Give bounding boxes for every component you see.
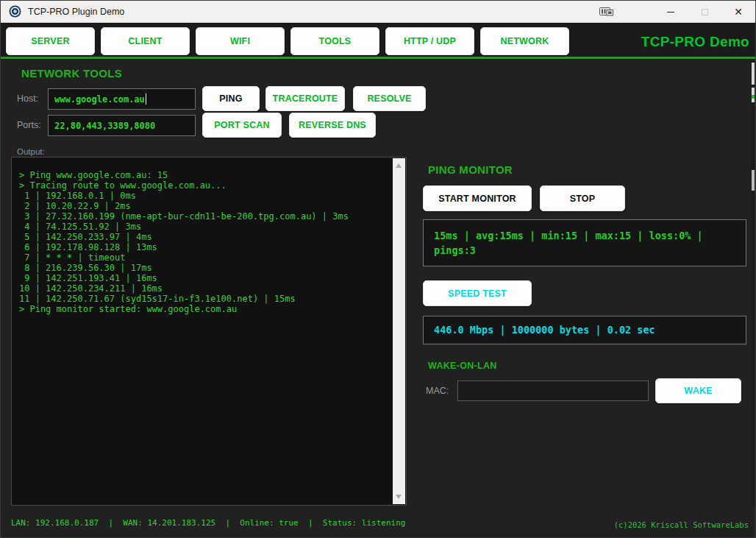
console-line: 4 | 74.125.51.92 | 3ms (19, 222, 388, 232)
console-line: 3 | 27.32.160.199 (nme-apt-bur-cdn11-be-… (19, 211, 388, 222)
scroll-down-icon[interactable] (396, 495, 402, 499)
host-label: Host: (17, 93, 38, 104)
nav-button-tools[interactable]: TOOLS (290, 27, 379, 55)
app-icon (9, 5, 21, 18)
ports-value: 22,80,443,3389,8080 (54, 121, 155, 131)
close-icon: ✕ (734, 7, 743, 17)
status-text: LAN: 192.168.0.187 | WAN: 14.201.183.125… (11, 518, 405, 528)
console-line: 5 | 142.250.233.97 | 4ms (19, 232, 388, 242)
maximize-button[interactable] (688, 1, 721, 23)
minimize-button[interactable] (654, 1, 688, 23)
output-label: Output: (17, 147, 45, 156)
console-line: 10 | 142.250.234.211 | 16ms (19, 283, 388, 294)
keyboard-icon (599, 7, 614, 17)
maximize-icon (702, 9, 708, 15)
titlebar: TCP-PRO Plugin Demo ✕ (1, 1, 755, 23)
console-line: 2 | 10.20.22.9 | 2ms (19, 201, 388, 211)
stop-button[interactable]: STOP (540, 185, 625, 211)
start-monitor-button[interactable]: START MONITOR (423, 185, 532, 211)
close-button[interactable]: ✕ (721, 1, 755, 23)
console-text: > Ping www.google.com.au: 15> Tracing ro… (19, 170, 388, 314)
edge-scrollbar-tick (752, 95, 755, 99)
ports-input[interactable]: 22,80,443,3389,8080 (48, 115, 196, 136)
host-value: www.google.com.au (54, 94, 145, 105)
nav-button-wifi[interactable]: WIFI (196, 27, 285, 55)
edge-scrollbar[interactable] (752, 61, 755, 507)
network-tools-heading: NETWORK TOOLS (21, 67, 122, 79)
console-line: 1 | 192.168.0.1 | 0ms (19, 191, 388, 201)
console-line: 7 | * * * | timeout (19, 252, 388, 263)
speed-test-button[interactable]: SPEED TEST (423, 280, 532, 306)
nav-button-http-udp[interactable]: HTTP / UDP (385, 27, 474, 55)
ports-label: Ports: (17, 120, 41, 130)
nav-button-server[interactable]: SERVER (6, 27, 95, 55)
mac-label: MAC: (426, 386, 449, 396)
navbar: SERVER CLIENT WIFI TOOLS HTTP / UDP NETW… (1, 23, 755, 59)
host-input[interactable]: www.google.com.au (48, 88, 196, 110)
nav-button-client[interactable]: CLIENT (101, 27, 190, 55)
console-line: > Ping www.google.com.au: 15 (19, 170, 388, 180)
brand-title: TCP-PRO Demo (641, 34, 749, 50)
resolve-button[interactable]: RESOLVE (353, 86, 426, 111)
ping-monitor-heading: PING MONITOR (428, 163, 513, 176)
reverse-dns-button[interactable]: REVERSE DNS (289, 113, 376, 138)
console-line: 8 | 216.239.56.30 | 17ms (19, 263, 388, 273)
console-line: > Ping monitor started: www.google.com.a… (19, 304, 388, 314)
console-line: 11 | 142.250.71.67 (syd15s17-in-f3.1e100… (19, 294, 388, 304)
copyright-text: (c)2026 Kriscall SoftwareLabs (614, 520, 749, 529)
minimize-icon (667, 12, 674, 13)
wake-on-lan-heading: WAKE-ON-LAN (428, 361, 497, 371)
edge-scrollbar-thumb[interactable] (752, 170, 755, 191)
scroll-up-icon[interactable] (396, 163, 402, 168)
console-line: 6 | 192.178.98.128 | 13ms (19, 242, 388, 252)
edge-scrollbar-thumb[interactable] (752, 63, 755, 85)
app-window: TCP-PRO Plugin Demo ✕ SERVER CLIENT WIFI… (0, 0, 756, 538)
window-title: TCP-PRO Plugin Demo (28, 7, 124, 17)
traceroute-button[interactable]: TRACEROUTE (265, 86, 345, 111)
console-output[interactable]: > Ping www.google.com.au: 15> Tracing ro… (11, 157, 407, 506)
console-line: > Tracing route to www.google.com.au... (19, 180, 388, 191)
nav-button-network[interactable]: NETWORK (480, 27, 569, 55)
text-caret (146, 93, 146, 105)
wake-button[interactable]: WAKE (655, 378, 741, 403)
console-line: 9 | 142.251.193.41 | 16ms (19, 273, 388, 283)
ping-button[interactable]: PING (202, 86, 260, 111)
console-scrollbar[interactable] (393, 158, 405, 504)
port-scan-button[interactable]: PORT SCAN (202, 113, 282, 138)
mac-input[interactable] (457, 381, 649, 401)
ping-stats-display: 15ms | avg:15ms | min:15 | max:15 | loss… (423, 219, 746, 266)
speed-result-display: 446.0 Mbps | 1000000 bytes | 0.02 sec (423, 316, 746, 344)
